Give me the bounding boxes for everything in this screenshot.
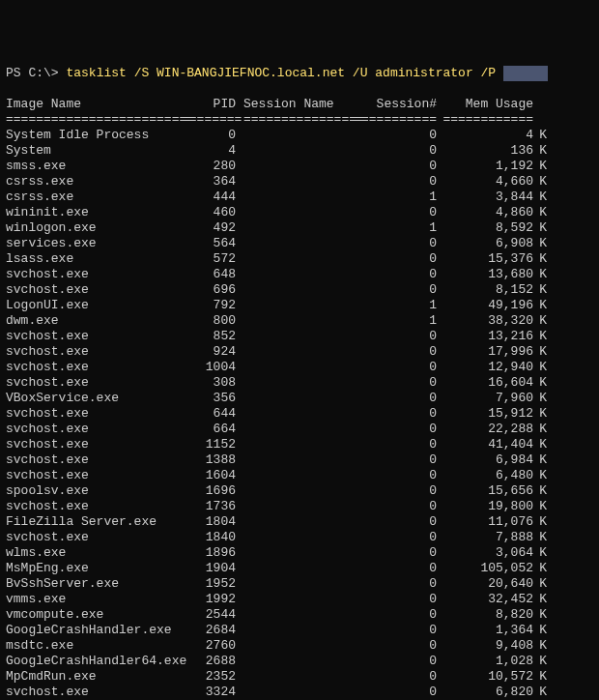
table-row: winlogon.exe49218,592K [6, 220, 593, 236]
cell-mem-unit: K [533, 128, 547, 143]
table-row: svchost.exe1736019,800K [6, 499, 593, 514]
table-row: GoogleCrashHandler.exe268401,364K [6, 623, 593, 638]
cell-mem-usage: 19,800 [437, 499, 533, 514]
cell-mem-usage: 7,960 [437, 391, 533, 406]
cell-pid: 924 [182, 344, 236, 360]
col-header-pid: PID [182, 97, 236, 112]
table-row: wininit.exe46004,860K [6, 205, 593, 220]
cell-mem-unit: K [533, 267, 547, 282]
cell-pid: 308 [182, 375, 236, 391]
cell-mem-usage: 20,640 [437, 576, 533, 592]
cell-image-name: svchost.exe [6, 360, 182, 375]
cell-session-num: 0 [352, 282, 437, 298]
cell-image-name: System [6, 143, 182, 159]
cell-session-name [236, 437, 352, 452]
cell-mem-usage: 3,844 [437, 190, 533, 205]
cell-image-name: svchost.exe [6, 685, 182, 700]
cell-session-name [236, 530, 352, 545]
terminal-output[interactable]: PS C:\> tasklist /S WIN-BANGJIEFNOC.loca… [6, 66, 593, 700]
cell-image-name: MsMpEng.exe [6, 561, 182, 576]
cell-mem-unit: K [533, 375, 547, 391]
table-row: csrss.exe36404,660K [6, 174, 593, 190]
cell-mem-usage: 8,152 [437, 282, 533, 298]
cell-image-name: vmcompute.exe [6, 607, 182, 623]
cell-pid: 696 [182, 282, 236, 298]
cell-image-name: System Idle Process [6, 128, 182, 143]
cell-mem-usage: 15,656 [437, 483, 533, 499]
cell-mem-usage: 6,820 [437, 685, 533, 700]
cell-session-name [236, 576, 352, 592]
cell-mem-unit: K [533, 313, 547, 329]
cell-mem-usage: 9,408 [437, 638, 533, 654]
cell-mem-unit: K [533, 236, 547, 251]
cell-session-name [236, 267, 352, 282]
cell-session-num: 0 [352, 251, 437, 267]
cell-mem-usage: 6,908 [437, 236, 533, 251]
cell-mem-unit: K [533, 406, 547, 422]
col-header-image-name: Image Name [6, 97, 182, 112]
cell-session-num: 0 [352, 143, 437, 159]
cell-image-name: csrss.exe [6, 190, 182, 205]
cell-pid: 800 [182, 313, 236, 329]
cell-mem-unit: K [533, 499, 547, 514]
table-row: VBoxService.exe35607,960K [6, 391, 593, 406]
cell-mem-unit: K [533, 329, 547, 344]
cell-session-name [236, 360, 352, 375]
cell-mem-usage: 7,888 [437, 530, 533, 545]
cell-mem-usage: 8,820 [437, 607, 533, 623]
cell-mem-usage: 105,052 [437, 561, 533, 576]
cell-image-name: winlogon.exe [6, 220, 182, 236]
cell-session-num: 0 [352, 561, 437, 576]
table-row: svchost.exe648013,680K [6, 267, 593, 282]
cell-pid: 1736 [182, 499, 236, 514]
cell-image-name: svchost.exe [6, 499, 182, 514]
table-row: svchost.exe852013,216K [6, 329, 593, 344]
table-header: Image NamePIDSession NameSession#Mem Usa… [6, 97, 593, 112]
col-header-session-name: Session Name [236, 97, 352, 112]
table-row: System Idle Process004K [6, 128, 593, 143]
table-row: vmcompute.exe254408,820K [6, 607, 593, 623]
cell-image-name: svchost.exe [6, 344, 182, 360]
cell-pid: 1696 [182, 483, 236, 499]
table-row: csrss.exe44413,844K [6, 190, 593, 205]
cell-session-num: 0 [352, 128, 437, 143]
cell-mem-unit: K [533, 638, 547, 654]
cell-session-name [236, 375, 352, 391]
cell-mem-unit: K [533, 607, 547, 623]
cell-mem-unit: K [533, 576, 547, 592]
cell-image-name: vmms.exe [6, 592, 182, 607]
cell-mem-unit: K [533, 530, 547, 545]
cell-session-num: 1 [352, 220, 437, 236]
cell-session-num: 0 [352, 205, 437, 220]
cell-mem-usage: 11,076 [437, 514, 533, 530]
table-row: services.exe56406,908K [6, 236, 593, 251]
table-row: svchost.exe1152041,404K [6, 437, 593, 452]
cell-session-num: 0 [352, 468, 437, 483]
cell-pid: 1604 [182, 468, 236, 483]
cell-pid: 1904 [182, 561, 236, 576]
table-row: MpCmdRun.exe2352010,572K [6, 669, 593, 685]
cell-session-num: 0 [352, 437, 437, 452]
cell-mem-usage: 13,216 [437, 329, 533, 344]
cell-mem-unit: K [533, 220, 547, 236]
cell-image-name: GoogleCrashHandler64.exe [6, 654, 182, 669]
cell-mem-unit: K [533, 654, 547, 669]
cell-session-num: 0 [352, 391, 437, 406]
cell-session-name [236, 220, 352, 236]
table-row: svchost.exe332406,820K [6, 685, 593, 700]
cell-mem-usage: 1,028 [437, 654, 533, 669]
cell-image-name: svchost.exe [6, 329, 182, 344]
cell-mem-usage: 15,912 [437, 406, 533, 422]
cell-session-num: 0 [352, 607, 437, 623]
cell-session-num: 0 [352, 545, 437, 561]
cell-image-name: svchost.exe [6, 437, 182, 452]
cell-image-name: svchost.exe [6, 282, 182, 298]
table-row: svchost.exe664022,288K [6, 422, 593, 437]
cell-pid: 444 [182, 190, 236, 205]
cell-pid: 0 [182, 128, 236, 143]
cell-session-num: 0 [352, 452, 437, 468]
cell-mem-unit: K [533, 468, 547, 483]
cell-image-name: GoogleCrashHandler.exe [6, 623, 182, 638]
cell-pid: 1896 [182, 545, 236, 561]
cell-mem-usage: 8,592 [437, 220, 533, 236]
